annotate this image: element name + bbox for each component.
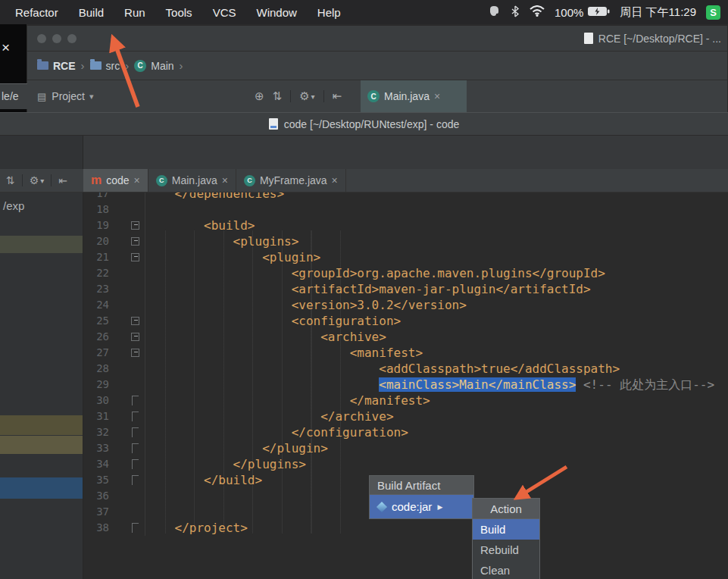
code-text[interactable]: </configuration>	[145, 424, 408, 440]
fold-marker-icon[interactable]	[109, 424, 145, 440]
editor-line-27[interactable]: 27 <manifest>	[83, 345, 728, 361]
editor-line-32[interactable]: 32 </configuration>	[83, 424, 728, 440]
fold-marker-icon[interactable]	[109, 233, 145, 249]
fold-marker-icon[interactable]	[109, 393, 145, 408]
bluetooth-icon[interactable]	[511, 5, 520, 20]
editor-line-28[interactable]: 28 <addClasspath>true</addClasspath>	[83, 361, 728, 377]
tab-myframe-java[interactable]: C MyFrame.java ×	[236, 169, 346, 192]
line-number[interactable]: 25	[83, 313, 109, 329]
settings-gear-button[interactable]: ⚙ ▾	[30, 174, 45, 186]
tab-main-java[interactable]: C Main.java ×	[148, 169, 236, 192]
code-segment[interactable]: <plugins>	[145, 234, 298, 249]
fold-marker-icon[interactable]	[109, 329, 145, 345]
action-rebuild[interactable]: Rebuild	[473, 540, 539, 560]
code-text[interactable]: </plugin>	[145, 440, 328, 456]
code-segment[interactable]: <configuration>	[145, 314, 401, 328]
project-panel-label[interactable]: Project	[52, 90, 85, 102]
line-number[interactable]: 18	[83, 202, 109, 218]
chevron-down-icon[interactable]: ▾	[89, 92, 94, 102]
code-segment[interactable]: </manifest>	[145, 393, 430, 408]
line-number[interactable]: 30	[83, 393, 109, 408]
close-tab-icon[interactable]: ×	[134, 174, 140, 186]
code-segment[interactable]: <addClasspath>true</addClasspath>	[145, 361, 620, 376]
fold-marker-icon[interactable]	[109, 456, 145, 472]
line-number[interactable]: 23	[83, 281, 109, 297]
line-number[interactable]: 33	[83, 440, 109, 456]
code-segment[interactable]: </archive>	[145, 409, 394, 424]
menu-clock[interactable]: 周日 下午11:29	[620, 5, 696, 20]
zoom-window-button[interactable]	[67, 34, 77, 43]
fold-marker-icon[interactable]	[109, 472, 145, 488]
code-text[interactable]: </plugins>	[145, 456, 306, 472]
fold-marker-icon[interactable]	[109, 218, 145, 233]
close-tab-icon[interactable]: ×	[222, 174, 228, 186]
code-text[interactable]: </project>	[145, 520, 248, 536]
line-number[interactable]: 28	[83, 361, 109, 377]
minimize-window-button[interactable]	[52, 34, 61, 43]
breadcrumb-main[interactable]: C Main	[134, 60, 173, 72]
code-segment[interactable]: <artifactId>maven-jar-plugin</artifactId…	[145, 282, 591, 296]
menu-tools[interactable]: Tools	[166, 6, 192, 19]
code-text[interactable]: <addClasspath>true</addClasspath>	[145, 361, 620, 377]
code-segment[interactable]: <groupId>org.apache.maven.plugins</group…	[145, 266, 605, 280]
fold-marker-icon[interactable]	[109, 520, 145, 536]
code-segment[interactable]: <archive>	[145, 330, 386, 344]
settings-gear-button[interactable]: ⚙ ▾	[299, 89, 314, 103]
editor-line-19[interactable]: 19 <build>	[83, 218, 728, 233]
rce-editor-tab-main-java[interactable]: C Main.java ×	[361, 80, 467, 112]
menu-build[interactable]: Build	[79, 6, 104, 19]
close-icon[interactable]: ×	[2, 39, 10, 56]
code-segment[interactable]	[576, 377, 583, 392]
editor-line-23[interactable]: 23 <artifactId>maven-jar-plugin</artifac…	[83, 281, 728, 297]
locate-icon[interactable]: ⊕	[255, 89, 264, 103]
line-number[interactable]: 17	[83, 192, 109, 202]
code-editor[interactable]: 17 </dependencies>1819 <build>20 <plugin…	[83, 192, 728, 579]
close-tab-icon[interactable]: ×	[332, 174, 338, 186]
editor-line-38[interactable]: 38 </project>	[83, 520, 728, 536]
code-segment[interactable]: <build>	[145, 218, 255, 233]
editor-line-33[interactable]: 33 </plugin>	[83, 440, 728, 456]
editor-line-21[interactable]: 21 <plugin>	[83, 249, 728, 265]
code-text[interactable]: <manifest>	[145, 345, 423, 361]
editor-line-34[interactable]: 34 </plugins>	[83, 456, 728, 472]
menu-vcs[interactable]: VCS	[213, 6, 236, 19]
code-text[interactable]: <plugins>	[145, 233, 298, 249]
code-text[interactable]: <configuration>	[145, 313, 401, 329]
close-tab-icon[interactable]: ×	[434, 90, 440, 102]
line-number[interactable]: 26	[83, 329, 109, 345]
line-number[interactable]: 38	[83, 520, 109, 536]
wifi-icon[interactable]	[530, 5, 545, 19]
project-tree-row[interactable]	[0, 236, 83, 253]
editor-line-25[interactable]: 25 <configuration>	[83, 313, 728, 329]
artifact-item-code-jar[interactable]: code:jar ▶	[370, 495, 473, 518]
partial-editor-tab[interactable]: le/e	[0, 83, 27, 109]
menu-run[interactable]: Run	[124, 6, 145, 19]
action-clean[interactable]: Clean	[473, 560, 539, 579]
line-number[interactable]: 34	[83, 456, 109, 472]
code-segment[interactable]	[145, 377, 379, 392]
editor-line-30[interactable]: 30 </manifest>	[83, 393, 728, 408]
code-text[interactable]: </manifest>	[145, 393, 430, 408]
code-text[interactable]: <plugin>	[145, 249, 320, 265]
fold-marker-icon[interactable]	[109, 345, 145, 361]
line-number[interactable]: 36	[83, 488, 109, 504]
code-text[interactable]: <archive>	[145, 329, 386, 345]
breadcrumb-src[interactable]: src	[90, 60, 120, 72]
code-segment[interactable]: </configuration>	[145, 425, 408, 440]
action-build[interactable]: Build	[473, 519, 539, 540]
comment-segment[interactable]: <!-- 此处为主入口-->	[583, 377, 714, 392]
code-segment[interactable]: </project>	[145, 521, 248, 535]
editor-line-31[interactable]: 31 </archive>	[83, 408, 728, 424]
line-number[interactable]: 37	[83, 504, 109, 520]
code-text[interactable]: <mainClass>Main</mainClass> <!-- 此处为主入口-…	[145, 377, 714, 393]
line-number[interactable]: 19	[83, 218, 109, 233]
editor-line-18[interactable]: 18	[83, 202, 728, 218]
breadcrumb-rce[interactable]: RCE	[37, 60, 76, 72]
line-number[interactable]: 31	[83, 408, 109, 424]
editor-line-29[interactable]: 29 <mainClass>Main</mainClass> <!-- 此处为主…	[83, 377, 728, 393]
project-tree-row[interactable]	[0, 436, 83, 454]
menu-refactor[interactable]: Refactor	[15, 6, 58, 19]
tab-code[interactable]: m code ×	[83, 169, 148, 192]
fold-marker-icon[interactable]	[109, 440, 145, 456]
hide-panel-icon[interactable]: ⇤	[58, 174, 67, 186]
